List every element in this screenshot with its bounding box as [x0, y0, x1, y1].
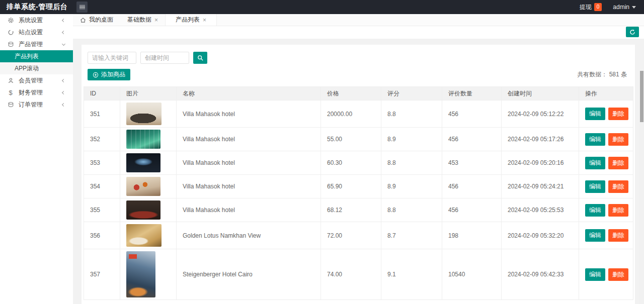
delete-button[interactable]: 删除: [608, 229, 628, 242]
product-list-card: 添加商品 共有数据： 581 条 ID 图片 名称 价格 评分 评价数量 创建时…: [82, 45, 635, 304]
sidebar-item-site-settings[interactable]: 站点设置: [0, 26, 73, 38]
sidebar-item-product-management[interactable]: 产品管理: [0, 38, 73, 50]
product-image: [126, 224, 162, 247]
search-button[interactable]: [193, 52, 207, 64]
table-row: 357 Steigenberger Hotel Cairo 74.00 9.1 …: [84, 249, 633, 300]
refresh-icon: [629, 29, 635, 35]
col-name: 名称: [177, 87, 321, 100]
chevron-left-icon: [62, 103, 65, 106]
sync-icon: [7, 29, 14, 36]
col-price: 价格: [321, 87, 381, 100]
sidebar-item-app-scroll[interactable]: APP滚动: [0, 62, 73, 74]
edit-button[interactable]: 编辑: [585, 133, 605, 146]
app-title: 排单系统-管理后台: [0, 3, 67, 12]
withdraw-label: 提现: [580, 3, 592, 12]
delete-button[interactable]: 删除: [608, 180, 628, 193]
scrollbar[interactable]: [639, 70, 644, 304]
total-count: 共有数据： 581 条: [577, 70, 629, 79]
product-image: [126, 200, 160, 220]
chevron-left-icon: [62, 78, 65, 82]
withdraw-badge: 0: [594, 3, 602, 11]
user-menu[interactable]: admin: [613, 4, 636, 11]
home-icon: [80, 17, 86, 23]
action-row: 添加商品 共有数据： 581 条: [88, 69, 629, 80]
table-row: 354 Villa Mahasok hotel 65.90 8.9 456 20…: [84, 175, 633, 198]
coins-icon: [7, 101, 14, 108]
delete-button[interactable]: 删除: [608, 268, 628, 281]
table-row: 355 Villa Mahasok hotel 68.12 8.8 456 20…: [84, 198, 633, 222]
tab-my-desktop[interactable]: 我的桌面: [73, 14, 120, 26]
page-toolbar: [73, 26, 644, 39]
product-image: [126, 153, 160, 172]
col-rating: 评分: [381, 87, 442, 100]
tab-basic-data[interactable]: 基础数据 ×: [120, 14, 165, 26]
sidebar: 系统设置 站点设置 产品管理 产品列表 APP滚动 会员管理 $ 财务管理: [0, 14, 73, 304]
top-bar: 排单系统-管理后台 提现 0 admin: [0, 0, 644, 14]
chevron-down-icon: [62, 42, 65, 45]
col-actions: 操作: [579, 87, 633, 100]
close-icon[interactable]: ×: [203, 17, 206, 23]
table-row: 356 Golden Lotus Namkhan View 72.00 8.7 …: [84, 222, 633, 249]
refresh-button[interactable]: [626, 27, 639, 37]
add-product-button[interactable]: 添加商品: [88, 69, 130, 80]
create-time-input[interactable]: [140, 52, 189, 64]
scrollbar-thumb[interactable]: [640, 71, 643, 122]
coins-icon: [7, 41, 14, 48]
user-icon: [7, 77, 14, 84]
chevron-left-icon: [62, 30, 65, 34]
chevron-down-icon: [632, 6, 636, 9]
sidebar-item-system-settings[interactable]: 系统设置: [0, 14, 73, 26]
edit-button[interactable]: 编辑: [585, 157, 605, 169]
filter-row: [88, 52, 629, 64]
plus-circle-icon: [93, 72, 99, 78]
product-image: [126, 103, 162, 125]
product-image: [126, 130, 160, 149]
edit-button[interactable]: 编辑: [585, 180, 605, 193]
col-id: ID: [84, 87, 120, 100]
search-icon: [197, 55, 204, 61]
hamburger-icon[interactable]: [76, 2, 88, 13]
col-created: 创建时间: [502, 87, 579, 100]
sidebar-item-product-list[interactable]: 产品列表: [0, 50, 73, 62]
close-icon[interactable]: ×: [154, 17, 158, 23]
table-row: 352 Villa Mahasok hotel 55.00 8.9 456 20…: [84, 128, 633, 151]
sidebar-item-order-management[interactable]: 订单管理: [0, 98, 73, 111]
gear-icon: [7, 17, 14, 24]
chevron-left-icon: [62, 18, 65, 22]
edit-button[interactable]: 编辑: [585, 268, 605, 281]
keyword-input[interactable]: [88, 52, 136, 64]
delete-button[interactable]: 删除: [608, 133, 628, 146]
main-content: 添加商品 共有数据： 581 条 ID 图片 名称 价格 评分 评价数量 创建时…: [73, 26, 644, 304]
tab-bar: 我的桌面 基础数据 × 产品列表 ×: [73, 14, 644, 26]
total-count-value: 581: [609, 71, 619, 78]
col-reviews: 评价数量: [442, 87, 502, 100]
tab-product-list[interactable]: 产品列表 ×: [165, 14, 217, 26]
delete-button[interactable]: 删除: [608, 157, 628, 169]
sidebar-item-finance-management[interactable]: $ 财务管理: [0, 86, 73, 98]
dollar-icon: $: [7, 89, 14, 96]
product-image: [126, 177, 160, 196]
sidebar-item-member-management[interactable]: 会员管理: [0, 74, 73, 86]
product-submenu: 产品列表 APP滚动: [0, 50, 73, 74]
edit-button[interactable]: 编辑: [585, 108, 605, 120]
table-header-row: ID 图片 名称 价格 评分 评价数量 创建时间 操作: [84, 87, 633, 100]
delete-button[interactable]: 删除: [608, 204, 628, 217]
product-image: [126, 251, 155, 297]
table-row: 353 Villa Mahasok hotel 60.30 8.8 453 20…: [84, 151, 633, 175]
edit-button[interactable]: 编辑: [585, 204, 605, 217]
user-name: admin: [613, 4, 629, 11]
product-table: ID 图片 名称 价格 评分 评价数量 创建时间 操作 351 Villa Ma…: [84, 86, 633, 300]
table-row: 351 Villa Mahasok hotel 20000.00 8.8 456…: [84, 100, 633, 128]
chevron-left-icon: [62, 90, 65, 94]
col-image: 图片: [120, 87, 177, 100]
edit-button[interactable]: 编辑: [585, 229, 605, 242]
withdraw-menu[interactable]: 提现 0: [580, 3, 602, 12]
delete-button[interactable]: 删除: [608, 108, 628, 120]
